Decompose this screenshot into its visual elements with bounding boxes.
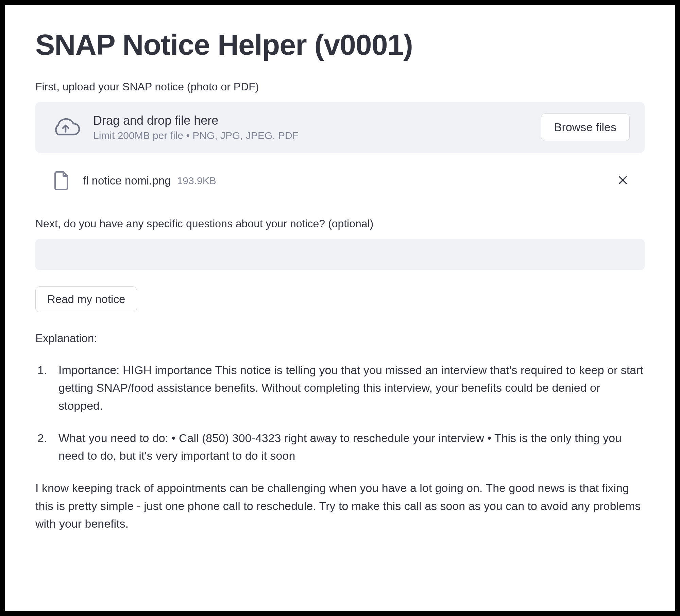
read-notice-button[interactable]: Read my notice [35, 286, 137, 312]
uploaded-file-row: fl notice nomi.png 193.9KB [35, 166, 645, 196]
page-title: SNAP Notice Helper (v0001) [35, 29, 645, 61]
remove-file-button[interactable] [616, 174, 630, 188]
close-icon [617, 174, 628, 188]
dropzone-subtitle: Limit 200MB per file • PNG, JPG, JPEG, P… [93, 130, 299, 141]
list-item: 2. What you need to do: • Call (850) 300… [35, 429, 645, 465]
cloud-upload-icon [50, 116, 81, 139]
list-body: What you need to do: • Call (850) 300-43… [58, 429, 645, 465]
explanation-label: Explanation: [35, 332, 645, 345]
dropzone-left: Drag and drop file here Limit 200MB per … [50, 113, 541, 141]
list-item: 1. Importance: HIGH importance This noti… [35, 361, 645, 415]
app-frame: SNAP Notice Helper (v0001) First, upload… [0, 0, 680, 616]
closing-text: I know keeping track of appointments can… [35, 479, 645, 533]
file-icon [52, 169, 71, 192]
explanation-list: 1. Importance: HIGH importance This noti… [35, 361, 645, 465]
question-input[interactable] [35, 239, 645, 270]
dropzone-title: Drag and drop file here [93, 113, 299, 128]
uploaded-file-name: fl notice nomi.png [83, 174, 171, 187]
list-body: Importance: HIGH importance This notice … [58, 361, 645, 415]
list-number: 1. [35, 361, 58, 415]
question-step-label: Next, do you have any specific questions… [35, 217, 645, 230]
file-dropzone[interactable]: Drag and drop file here Limit 200MB per … [35, 102, 645, 153]
list-number: 2. [35, 429, 58, 465]
upload-step-label: First, upload your SNAP notice (photo or… [35, 81, 645, 93]
dropzone-texts: Drag and drop file here Limit 200MB per … [93, 113, 299, 141]
uploaded-file-size: 193.9KB [177, 175, 216, 187]
browse-files-button[interactable]: Browse files [541, 113, 630, 141]
